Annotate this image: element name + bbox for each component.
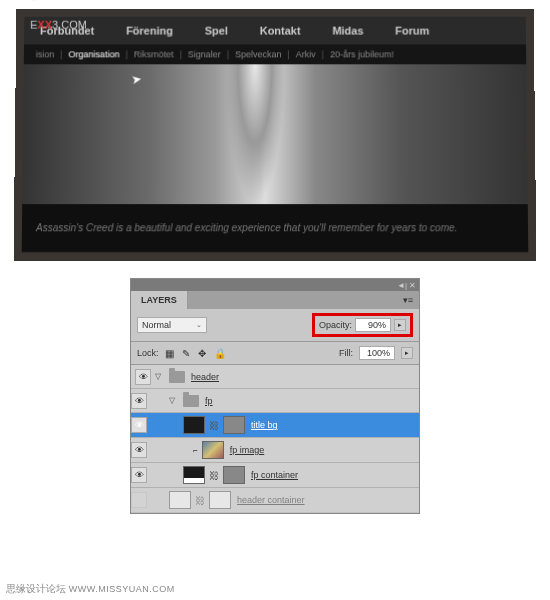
layer-name[interactable]: header container — [237, 495, 305, 505]
opacity-input[interactable]: 90% — [355, 318, 391, 332]
close-icon[interactable]: ✕ — [409, 281, 416, 290]
visibility-icon[interactable]: 👁 — [135, 369, 151, 385]
visibility-icon[interactable]: 👁 — [131, 467, 147, 483]
disclosure-icon[interactable]: ▽ — [155, 372, 165, 381]
visibility-icon[interactable] — [131, 492, 147, 508]
layer-list: 👁 ▽ header 👁 ▽ fp 👁 ⛓ title bg 👁 ⌐ fp im… — [131, 365, 419, 513]
lock-transparency-icon[interactable]: ▦ — [165, 348, 174, 359]
layer-thumbnail[interactable] — [183, 466, 205, 484]
layer-row-selected[interactable]: 👁 ⛓ title bg — [131, 413, 419, 438]
fill-label: Fill: — [339, 348, 353, 358]
panel-titlebar: ◄| ✕ — [131, 279, 419, 291]
layer-row[interactable]: 👁 ⛓ fp container — [131, 463, 419, 488]
visibility-icon[interactable]: 👁 — [131, 393, 147, 409]
subnav-item[interactable]: 20-års jubileum! — [330, 49, 394, 59]
tab-ghost — [188, 296, 268, 304]
link-icon[interactable]: ⛓ — [209, 420, 219, 431]
cursor-icon: ➤ — [130, 71, 142, 86]
panel-tabs: LAYERS ▾≡ — [131, 291, 419, 309]
layer-thumbnail[interactable] — [202, 441, 224, 459]
opacity-flyout-icon[interactable]: ▸ — [394, 319, 406, 331]
subnav-item[interactable]: ision — [36, 49, 55, 59]
nav-item[interactable]: Förening — [126, 25, 173, 37]
opacity-highlight-box: Opacity: 90% ▸ — [312, 313, 413, 337]
fill-input[interactable]: 100% — [359, 346, 395, 360]
layer-row-group[interactable]: 👁 ▽ fp — [131, 389, 419, 413]
lock-pixels-icon[interactable]: ✎ — [182, 348, 190, 359]
link-icon[interactable]: ⛓ — [195, 495, 205, 506]
folder-icon — [169, 371, 185, 383]
nav-item[interactable]: Spel — [205, 25, 228, 37]
subnav-item-active[interactable]: Organisation — [69, 49, 120, 59]
tutorial-watermark: PS教程 — [18, 0, 51, 3]
layer-row[interactable]: ⛓ header container — [131, 488, 419, 513]
layer-name[interactable]: header — [191, 372, 219, 382]
site-watermark: EXX3.COM — [30, 19, 87, 31]
disclosure-icon[interactable]: ▽ — [169, 396, 179, 405]
layers-panel: ◄| ✕ LAYERS ▾≡ Normal⌄ Opacity: 90% ▸ Lo… — [130, 278, 420, 514]
visibility-icon[interactable]: 👁 — [131, 442, 147, 458]
link-icon[interactable]: ⛓ — [209, 470, 219, 481]
layer-row[interactable]: 👁 ⌐ fp image — [131, 438, 419, 463]
layer-name[interactable]: fp container — [251, 470, 298, 480]
mask-thumbnail[interactable] — [223, 466, 245, 484]
fill-flyout-icon[interactable]: ▸ — [401, 347, 413, 359]
blend-opacity-row: Normal⌄ Opacity: 90% ▸ — [131, 309, 419, 342]
layer-thumbnail[interactable] — [183, 416, 205, 434]
layer-name[interactable]: fp — [205, 396, 213, 406]
opacity-label: Opacity: — [319, 320, 352, 330]
blend-mode-dropdown[interactable]: Normal⌄ — [137, 317, 207, 333]
lock-all-icon[interactable]: 🔒 — [214, 348, 226, 359]
layer-row-group[interactable]: 👁 ▽ header — [131, 365, 419, 389]
panel-menu-icon[interactable]: ▾≡ — [397, 291, 419, 309]
layer-name[interactable]: title bg — [251, 420, 278, 430]
primary-nav: Förbundet Förening Spel Kontakt Midas Fo… — [24, 17, 526, 45]
mask-thumbnail[interactable] — [223, 416, 245, 434]
mask-thumbnail[interactable] — [209, 491, 231, 509]
subnav-item[interactable]: Spelveckan — [235, 49, 281, 59]
lock-label: Lock: — [137, 348, 159, 358]
nav-item[interactable]: Forum — [395, 25, 429, 37]
browser-mockup-image: EXX3.COM Förbundet Förening Spel Kontakt… — [14, 9, 537, 261]
folder-icon — [183, 395, 199, 407]
layer-name[interactable]: fp image — [230, 445, 265, 455]
subnav-item[interactable]: Riksmötet — [134, 49, 174, 59]
hero-figure — [224, 64, 284, 204]
nav-item[interactable]: Midas — [332, 25, 363, 37]
layer-thumbnail[interactable] — [169, 491, 191, 509]
subnav-item[interactable]: Signaler — [188, 49, 221, 59]
footer-watermark: 思缘设计论坛 WWW.MISSYUAN.COM — [6, 582, 175, 596]
subnav-item[interactable]: Arkiv — [296, 49, 316, 59]
hero-banner-image — [22, 64, 528, 204]
collapse-icon[interactable]: ◄| — [397, 281, 407, 290]
visibility-icon[interactable]: 👁 — [131, 417, 147, 433]
secondary-nav: ision| Organisation| Riksmötet| Signaler… — [24, 44, 526, 64]
lock-icons: ▦ ✎ ✥ 🔒 — [165, 348, 226, 359]
nav-item[interactable]: Kontakt — [260, 25, 301, 37]
lock-position-icon[interactable]: ✥ — [198, 348, 206, 359]
clip-icon: ⌐ — [193, 446, 198, 455]
lock-fill-row: Lock: ▦ ✎ ✥ 🔒 Fill: 100% ▸ — [131, 342, 419, 365]
layers-tab[interactable]: LAYERS — [131, 291, 188, 309]
chevron-down-icon: ⌄ — [196, 321, 202, 329]
hero-caption: Assassin's Creed is a beautiful and exci… — [22, 204, 529, 251]
